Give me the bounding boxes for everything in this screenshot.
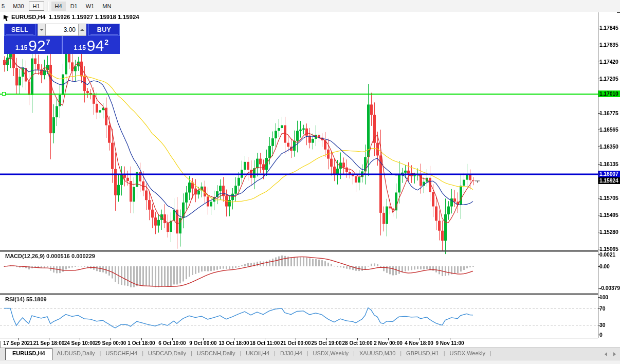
toolbar-separator xyxy=(47,2,49,11)
chart-canvas[interactable] xyxy=(0,12,617,341)
tab-usdcad-daily[interactable]: USDCAD,Daily xyxy=(143,348,191,360)
trade-panel-top-row: SELL 3.00 BUY xyxy=(4,24,120,36)
tab-usdcnh-daily[interactable]: USDCNH,Daily xyxy=(192,348,240,360)
price-axis-label: 1.16775 xyxy=(599,110,620,117)
tab-scroll-right-icon[interactable] xyxy=(613,352,616,356)
tab-usdchf-h4[interactable]: USDCHF,H4 xyxy=(101,348,142,360)
mt4-terminal: { "toolbar": { "items": ["5", "M30", "H1… xyxy=(0,0,620,364)
chevron-down-icon xyxy=(40,29,44,31)
chevron-up-icon xyxy=(80,29,84,31)
ask-price-pip: 2 xyxy=(104,38,108,46)
rsi-axis-label: 0 xyxy=(599,332,620,338)
price-axis-label: 1.15495 xyxy=(599,212,620,219)
timeframe-toolbar: 5 M30 H1 H4 D1 W1 MN xyxy=(0,0,620,12)
rsi-axis-label: 100 xyxy=(599,294,620,301)
tab-usdx-weekly[interactable]: USDX,Weekly xyxy=(308,348,353,360)
chart-ohlc-quotes: 1.15926 1.15927 1.15918 1.15924 xyxy=(49,14,139,20)
price-axis-label: 1.17205 xyxy=(599,76,620,82)
tab-ukoil-h4[interactable]: UKOil,H4 xyxy=(241,348,274,360)
tab-scroll-left-icon[interactable] xyxy=(605,352,607,356)
bid-price-prefix: 1.15 xyxy=(15,44,27,51)
chart-symbol-period: EURUSD,H4 xyxy=(11,14,45,20)
price-axis-label: 1.17420 xyxy=(599,59,620,65)
volume-spinner: 3.00 xyxy=(35,24,88,36)
timeframe-h4-button[interactable]: H4 xyxy=(51,2,66,11)
timeframe-w1-button[interactable]: W1 xyxy=(82,2,98,11)
price-axis-label: 1.16135 xyxy=(599,161,620,168)
sell-button-label: SELL xyxy=(11,26,28,33)
ask-quote[interactable]: 1.15 94 2 xyxy=(63,36,120,54)
buy-button-label: BUY xyxy=(97,26,111,33)
one-click-trade-panel: SELL 3.00 BUY 1.15 92 7 1.15 94 2 xyxy=(4,24,120,54)
bid-price-pip: 7 xyxy=(46,38,50,46)
price-axis-label: 1.16350 xyxy=(599,143,620,150)
macd-axis-label: 0.0021 xyxy=(599,251,620,258)
last-price-label: 1.15924 xyxy=(598,177,620,184)
bid-price-big: 92 xyxy=(28,39,45,53)
price-axis-label: 1.16565 xyxy=(599,126,620,133)
tab-dj30-h4[interactable]: DJ30,H4 xyxy=(276,348,307,360)
timeframe-d1-button[interactable]: D1 xyxy=(67,2,81,11)
price-axis-label: 1.17635 xyxy=(599,42,620,48)
rsi-axis-label: 30 xyxy=(599,322,620,329)
volume-decrease-button[interactable] xyxy=(38,24,46,36)
chart-expand-arrow-icon[interactable] xyxy=(3,13,11,22)
trade-panel-quote-row: 1.15 92 7 1.15 94 2 xyxy=(4,36,120,54)
time-axis-label: 9 Nov 11:00 xyxy=(430,340,469,346)
ask-price-big: 94 xyxy=(87,39,104,53)
rsi-axis-label: 70 xyxy=(599,305,620,312)
volume-increase-button[interactable] xyxy=(78,24,86,36)
sell-button-underline xyxy=(6,34,33,34)
tab-gbpusd-h1[interactable]: GBPUSD,H1 xyxy=(402,348,444,360)
buy-button-underline xyxy=(90,34,118,34)
timeframe-h1-button[interactable]: H1 xyxy=(29,2,44,11)
price-axis-label: 1.17845 xyxy=(599,25,620,31)
buy-button[interactable]: BUY xyxy=(88,24,120,36)
macd-indicator-label: MACD(12,26,9) 0.000516 0.000229 xyxy=(5,253,95,259)
tab-audusd-daily[interactable]: AUDUSD,Daily xyxy=(52,348,100,360)
status-strip xyxy=(0,360,620,364)
price-axis-label: 1.15280 xyxy=(599,229,620,235)
macd-axis-label: 0.00 xyxy=(599,263,620,270)
rsi-indicator-label: RSI(14) 55.1809 xyxy=(5,296,47,302)
price-axis-label: 1.15705 xyxy=(599,195,620,202)
chart-title: EURUSD,H4 1.15926 1.15927 1.15918 1.1592… xyxy=(11,14,139,20)
tab-usdx-weekly[interactable]: USDX,Weekly xyxy=(445,348,490,360)
volume-input[interactable]: 3.00 xyxy=(46,24,78,36)
tab-items: AUDUSD,Daily|USDCHF,H4|USDCAD,Daily|USDC… xyxy=(52,348,491,360)
tab-xauusd-m30[interactable]: XAUUSD,M30 xyxy=(355,348,400,360)
green-level-price-label: 1.17010 xyxy=(598,90,620,97)
ask-price-prefix: 1.15 xyxy=(74,44,85,51)
macd-axis-label: -0.003798 xyxy=(599,285,620,292)
chart-tab-bar: EURUSD,H4 AUDUSD,Daily|USDCHF,H4|USDCAD,… xyxy=(0,348,620,360)
blue-level-price-label: 1.16007 xyxy=(598,171,620,177)
timeframe-m5-button[interactable]: 5 xyxy=(0,2,8,11)
timeframe-m30-button[interactable]: M30 xyxy=(9,2,27,11)
timeframe-mn-button[interactable]: MN xyxy=(99,2,115,11)
tab-scroll-arrows xyxy=(605,348,616,360)
tab-eurusd-h4-active[interactable]: EURUSD,H4 xyxy=(5,348,52,360)
tab-separator: | xyxy=(490,348,491,360)
bid-quote[interactable]: 1.15 92 7 xyxy=(4,36,63,54)
sell-button[interactable]: SELL xyxy=(4,24,35,36)
